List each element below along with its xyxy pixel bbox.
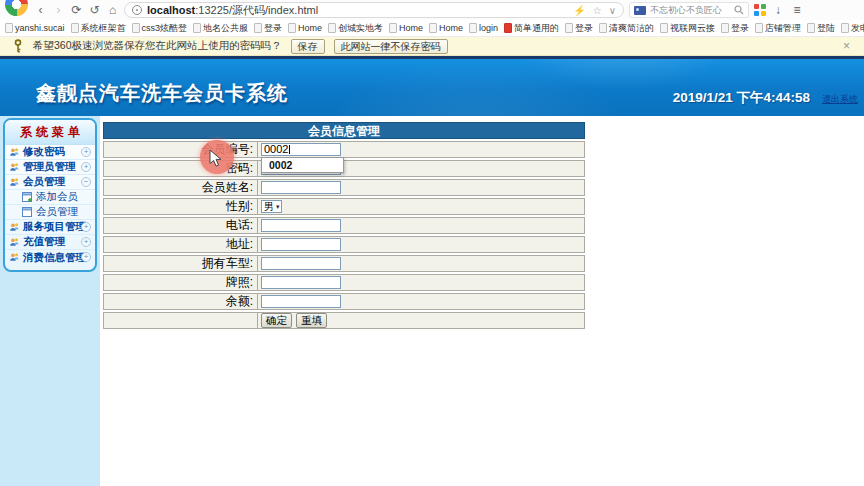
member-name-input[interactable] <box>261 181 341 194</box>
sidebar-subitem-add-member[interactable]: 添加会员 <box>5 190 95 205</box>
form-row-license-plate: 牌照: <box>103 274 585 291</box>
sidebar-item-admin-management[interactable]: 管理员管理 + <box>5 160 95 175</box>
datetime-text: 2019/1/21 下午4:44:58 <box>673 89 810 107</box>
bookmark-item[interactable]: 视联网云接 <box>660 22 715 35</box>
sidebar-item-label: 充值管理 <box>23 235 65 249</box>
field-label: 性别: <box>104 199 258 214</box>
bookmark-item[interactable]: 登陆 <box>807 22 835 35</box>
balance-input[interactable] <box>261 295 341 308</box>
member-id-input[interactable]: 0002 <box>261 143 341 156</box>
bookmark-item[interactable]: 清爽简洁的 <box>599 22 654 35</box>
user-icon <box>9 177 20 188</box>
bookmark-item[interactable]: 登录 <box>565 22 593 35</box>
bookmark-page-icon <box>504 23 512 33</box>
expand-plus-icon[interactable]: + <box>81 252 91 262</box>
sidebar-item-label: 管理员管理 <box>23 160 76 174</box>
expand-plus-icon[interactable]: + <box>81 237 91 247</box>
expand-plus-icon[interactable]: + <box>81 162 91 172</box>
search-icon[interactable] <box>734 5 744 15</box>
lightning-icon[interactable]: ⚡ <box>573 5 585 16</box>
bookmark-page-icon <box>599 23 607 33</box>
license-plate-input[interactable] <box>261 276 341 289</box>
bookmark-item[interactable]: 登录 <box>721 22 749 35</box>
field-label: 拥有车型: <box>104 256 258 271</box>
search-engine-icon <box>634 6 646 15</box>
bookmark-item[interactable]: Home <box>288 23 322 33</box>
bookmark-item[interactable]: 店铺管理 <box>755 22 801 35</box>
bookmark-item[interactable]: 发电厂生产 <box>841 22 864 35</box>
reset-button[interactable]: 重填 <box>296 313 327 328</box>
bookmark-page-icon <box>807 23 815 33</box>
sidebar: 系统菜单 修改密码 + 管理员管理 + 会员管理 − <box>0 116 100 486</box>
sidebar-item-label: 会员管理 <box>23 175 65 189</box>
sidebar-item-change-password[interactable]: 修改密码 + <box>5 145 95 160</box>
submit-button[interactable]: 确定 <box>261 313 292 328</box>
close-icon[interactable]: × <box>843 40 850 52</box>
back-icon[interactable]: ‹ <box>34 1 47 19</box>
logout-link[interactable]: 退出系统 <box>822 93 858 106</box>
menu-icon[interactable]: ≡ <box>790 3 804 17</box>
car-model-input[interactable] <box>261 257 341 270</box>
sidebar-item-label: 消费信息管理 <box>23 251 86 265</box>
site-info-icon[interactable] <box>132 5 142 15</box>
bookmark-item[interactable]: yanshi.sucai <box>5 23 65 33</box>
home-icon[interactable]: ⌂ <box>106 1 119 19</box>
search-input[interactable]: 不忘初心不负匠心 <box>650 4 722 17</box>
mouse-cursor <box>209 149 223 168</box>
content-area: 系统菜单 修改密码 + 管理员管理 + 会员管理 − <box>0 116 864 486</box>
form-title: 会员信息管理 <box>103 122 585 139</box>
bookmark-item[interactable]: Home <box>429 23 463 33</box>
bookmark-item[interactable]: 创城实地考 <box>328 22 383 35</box>
search-box[interactable]: 不忘初心不负匠心 <box>629 2 749 18</box>
sidebar-item-consumption-management[interactable]: 消费信息管理 + <box>5 250 95 265</box>
form-row-member-name: 会员姓名: <box>103 179 585 196</box>
save-password-button[interactable]: 保存 <box>291 39 325 54</box>
page-title: 鑫靓点汽车洗车会员卡系统 <box>36 80 288 107</box>
gender-select[interactable]: 男▾ <box>261 200 282 213</box>
expand-plus-icon[interactable]: + <box>81 222 91 232</box>
bookmark-item[interactable]: Home <box>389 23 423 33</box>
sidebar-item-label: 修改密码 <box>23 145 65 159</box>
autocomplete-suggestion[interactable]: 0002 <box>262 158 343 172</box>
bookmark-item[interactable]: 系统框架首 <box>71 22 126 35</box>
collapse-minus-icon[interactable]: − <box>81 177 91 187</box>
sidebar-item-recharge-management[interactable]: 充值管理 + <box>5 235 95 250</box>
form-row-car-model: 拥有车型: <box>103 255 585 272</box>
field-label: 电话: <box>104 218 258 233</box>
apps-grid-icon[interactable] <box>754 4 766 16</box>
bookmark-page-icon <box>755 23 763 33</box>
user-icon <box>9 252 20 263</box>
bookmark-item[interactable]: 地名公共服 <box>193 22 248 35</box>
refresh-icon[interactable]: ⟳ <box>70 1 83 19</box>
bookmark-page-icon <box>429 23 437 33</box>
user-icon <box>9 162 20 173</box>
bookmark-page-icon <box>565 23 573 33</box>
forward-icon[interactable]: › <box>52 1 65 19</box>
address-input[interactable] <box>261 238 341 251</box>
chevron-down-icon: ▾ <box>276 201 280 212</box>
download-icon[interactable]: ↓ <box>771 3 785 17</box>
never-save-button[interactable]: 此网站一律不保存密码 <box>334 39 448 54</box>
browser-logo-icon[interactable] <box>5 0 28 16</box>
address-bar[interactable]: localhost:13225/源代码/index.html ⚡ ☆ ∨ <box>124 2 624 18</box>
bookmark-item[interactable]: 简单通用的 <box>504 22 559 35</box>
bookmark-page-icon <box>721 23 729 33</box>
sidebar-item-member-management[interactable]: 会员管理 − <box>5 175 95 190</box>
sidebar-item-service-management[interactable]: 服务项目管理 + <box>5 220 95 235</box>
expand-plus-icon[interactable]: + <box>81 147 91 157</box>
bookmark-page-icon <box>71 23 79 33</box>
restore-icon[interactable]: ↺ <box>88 1 101 19</box>
sidebar-subitem-member-management[interactable]: 会员管理 <box>5 205 95 220</box>
form-row-phone: 电话: <box>103 217 585 234</box>
field-label: 余额: <box>104 294 258 309</box>
chevron-down-icon[interactable]: ∨ <box>609 5 616 16</box>
url-text: localhost:13225/源代码/index.html <box>147 3 318 18</box>
phone-input[interactable] <box>261 219 341 232</box>
favorite-star-icon[interactable]: ☆ <box>593 5 602 16</box>
bookmark-item[interactable]: 登录 <box>254 22 282 35</box>
bookmark-item[interactable]: css3炫酷登 <box>132 22 188 35</box>
browser-window: ‹ › ⟳ ↺ ⌂ localhost:13225/源代码/index.html… <box>0 0 864 486</box>
field-label: 会员姓名: <box>104 180 258 195</box>
bookmark-page-icon <box>389 23 397 33</box>
bookmark-item[interactable]: login <box>469 23 498 33</box>
